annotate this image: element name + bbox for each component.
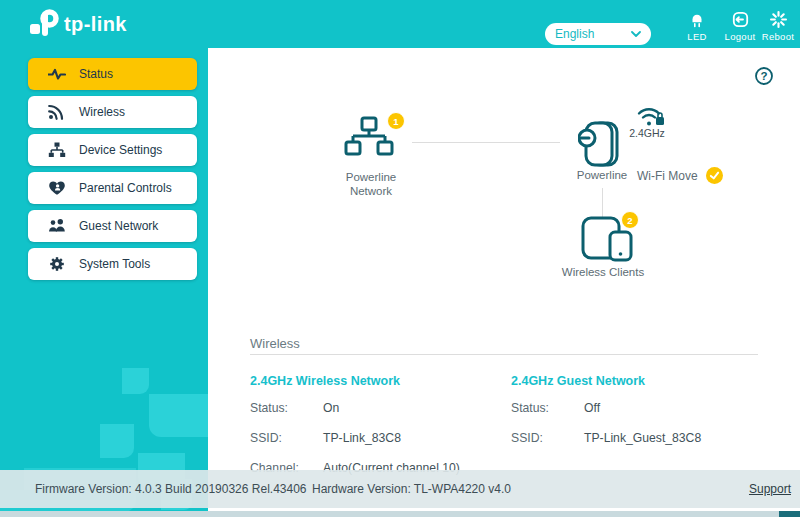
status-row: Status: Off (511, 401, 701, 415)
firmware-version: Firmware Version: 4.0.3 Build 20190326 R… (35, 482, 307, 496)
tp-link-logo-icon (30, 7, 60, 41)
guest-wireless-column: 2.4GHz Guest Network Status: Off SSID: T… (511, 374, 701, 461)
status-row: Status: On (250, 401, 460, 415)
brand-wordmark: tp-link (64, 13, 127, 36)
reboot-label: Reboot (762, 31, 794, 42)
sidebar-item-label: Status (79, 67, 113, 81)
footer-bar: Firmware Version: 4.0.3 Build 20190326 R… (0, 470, 800, 508)
background-mosaic-tile (100, 424, 134, 458)
wifi-band-label: 2.4GHz (612, 127, 682, 139)
row-value: TP-Link_83C8 (323, 431, 401, 445)
top-bar: tp-link English LED Logout (0, 0, 800, 48)
sidebar-item-label: System Tools (79, 257, 150, 271)
sidebar-item-label: Guest Network (79, 219, 158, 233)
horizontal-scrollbar[interactable] (0, 511, 800, 517)
sidebar-item-device-settings[interactable]: Device Settings (28, 134, 197, 166)
section-divider (250, 354, 758, 355)
row-value: On (323, 401, 339, 415)
led-label: LED (687, 31, 706, 42)
check-icon (706, 167, 723, 184)
reboot-icon (770, 11, 787, 28)
powerline-network-count-badge: 1 (387, 112, 405, 130)
chevron-down-icon (631, 31, 641, 37)
logout-button[interactable]: Logout (720, 11, 760, 42)
row-label: SSID: (250, 431, 323, 445)
powerline-network-label: Powerline Network (308, 170, 434, 198)
row-label: SSID: (511, 431, 584, 445)
row-label: Status: (511, 401, 584, 415)
sidebar-item-label: Device Settings (79, 143, 162, 157)
network-tree-icon (48, 142, 66, 158)
horizontal-scrollbar-thumb[interactable] (779, 511, 800, 517)
pulse-icon (48, 66, 66, 82)
hardware-version: Hardware Version: TL-WPA4220 v4.0 (312, 482, 511, 496)
wireless-section-title: Wireless (250, 336, 300, 351)
powerline-network-label-line1: Powerline (308, 170, 434, 184)
sidebar-item-label: Parental Controls (79, 181, 172, 195)
guest-wireless-heading: 2.4GHz Guest Network (511, 374, 701, 388)
wireless-clients-label: Wireless Clients (538, 266, 668, 278)
wifi-move-label: Wi-Fi Move (637, 169, 698, 183)
svg-text:?: ? (760, 70, 767, 82)
sidebar-item-wireless[interactable]: Wireless (28, 96, 197, 128)
diagram-connector-horizontal (412, 142, 560, 143)
sidebar-item-parental-controls[interactable]: Parental Controls (28, 172, 197, 204)
led-button[interactable]: LED (682, 11, 712, 42)
background-mosaic-tile (122, 368, 149, 394)
powerline-network-label-line2: Network (308, 184, 434, 198)
people-icon (48, 218, 66, 234)
language-select[interactable]: English (545, 23, 651, 45)
question-mark-icon: ? (754, 66, 774, 86)
sidebar-item-label: Wireless (79, 105, 125, 119)
wireless-clients-count-badge: 2 (621, 211, 639, 229)
logout-icon (732, 11, 749, 28)
sidebar-item-status[interactable]: Status (28, 58, 197, 90)
heart-icon (48, 180, 66, 196)
row-value: Off (584, 401, 600, 415)
reboot-button[interactable]: Reboot (758, 11, 798, 42)
language-select-value: English (555, 27, 631, 41)
gear-icon (48, 256, 66, 272)
diagram-connector-vertical (602, 188, 603, 218)
background-mosaic-tile (149, 394, 211, 437)
support-link[interactable]: Support (749, 482, 791, 496)
brand-logo: tp-link (30, 7, 127, 41)
logout-label: Logout (725, 31, 756, 42)
row-value: TP-Link_Guest_83C8 (584, 431, 701, 445)
sidebar-item-guest-network[interactable]: Guest Network (28, 210, 197, 242)
main-content-panel: ? 1 Powerline Network Powerline (208, 48, 800, 517)
ssid-row: SSID: TP-Link_83C8 (250, 431, 460, 445)
wireless-icon (48, 104, 66, 120)
ssid-row: SSID: TP-Link_Guest_83C8 (511, 431, 701, 445)
help-button[interactable]: ? (754, 66, 774, 86)
led-icon (688, 11, 706, 28)
sidebar-item-system-tools[interactable]: System Tools (28, 248, 197, 280)
row-label: Status: (250, 401, 323, 415)
primary-wireless-heading: 2.4GHz Wireless Network (250, 374, 460, 388)
wifi-move-status[interactable]: Wi-Fi Move (637, 167, 723, 184)
